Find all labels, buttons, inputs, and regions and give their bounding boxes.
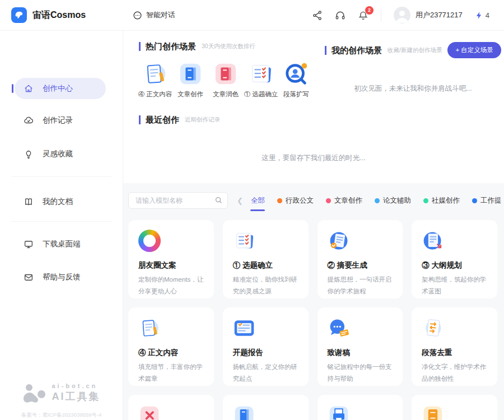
hot-scene-label: ④ 正文内容 — [138, 90, 172, 99]
model-card-grid: 朋友圈文案 定制你的Moments，让分享更动人心 ① 选题确立 精准定位，助你… — [128, 220, 497, 420]
clipboard-pencil-icon — [138, 317, 161, 339]
red-book-icon — [213, 61, 239, 87]
hot-scene-article-writing[interactable]: 文章创作 — [174, 61, 207, 99]
cloud-icon — [24, 115, 34, 125]
tab-all[interactable]: 全部 — [251, 196, 265, 206]
skyblue-dot-icon — [375, 198, 380, 203]
card-row3-3[interactable] — [318, 395, 403, 420]
sidebar-item-label: 帮助与反馈 — [43, 272, 81, 282]
my-scenes-title: 我的创作场景 — [325, 46, 382, 55]
card-desc: 精准定位，助你找到研究的灵感之源 — [233, 274, 298, 298]
model-search — [128, 192, 228, 209]
app-header: 宙语Cosmos 智能对话 2 用户23771217 4 — [0, 0, 504, 31]
hot-scene-label: 段落扩写 — [283, 90, 309, 99]
custom-scene-button[interactable]: + 自定义场景 — [447, 42, 501, 58]
card-title: ④ 正文内容 — [138, 348, 204, 358]
category-tabs: 全部 行政公文 文章创作 论文辅助 社媒创作 工作提 — [251, 196, 502, 206]
user-menu[interactable]: 用户23771217 — [394, 7, 463, 24]
card-acknowledgement[interactable]: 致谢稿 铭记旅程中的每一份支持与帮助 — [318, 307, 403, 386]
sidebar: 创作中心 创作记录 灵感收藏 我的文档 下载桌面端 帮助与反馈 ai-bot.c… — [0, 31, 123, 420]
card-abstract-generation[interactable]: ② 摘要生成 提炼思想，一句话开启你的学术旅程 — [318, 220, 403, 298]
magnifier-person-icon — [283, 61, 309, 87]
card-body-content[interactable]: ④ 正文内容 填充细节，丰富你的学术篇章 — [128, 307, 214, 386]
aibot-paw-icon — [22, 383, 47, 403]
sidebar-item-creation-center[interactable]: 创作中心 — [15, 78, 106, 99]
card-proposal-report[interactable]: 开题报告 扬帆启航，定义你的研究起点 — [223, 307, 309, 386]
sidebar-item-help-feedback[interactable]: 帮助与反馈 — [15, 267, 106, 288]
hot-scenes-section: 热门创作场景 30天内使用次数排行 ④ 正文内容 文章创作 文章润色 — [139, 42, 314, 99]
green-dot-icon — [423, 198, 428, 203]
doc-check-panel-icon — [233, 317, 255, 339]
chat-bubble-icon — [133, 11, 142, 20]
blue-dot-icon — [472, 198, 477, 203]
card-desc: 净化文字，维护学术作品的独创性 — [422, 361, 487, 385]
nav-smart-chat-label: 智能对话 — [146, 10, 175, 20]
nav-smart-chat[interactable]: 智能对话 — [133, 10, 175, 20]
monitor-icon — [24, 239, 34, 249]
app-title: 宙语Cosmos — [32, 10, 86, 21]
tab-official-docs[interactable]: 行政公文 — [277, 196, 314, 206]
sidebar-item-my-documents[interactable]: 我的文档 — [15, 191, 106, 212]
hot-scene-label: ① 选题确立 — [244, 90, 278, 99]
card-title: 致谢稿 — [328, 348, 393, 358]
tab-article-writing[interactable]: 文章创作 — [326, 196, 362, 206]
watermark: ai-bot.cn AI工具集 备案号：蜀ICP备2023039559号-4 为… — [0, 382, 123, 420]
sidebar-item-creation-records[interactable]: 创作记录 — [15, 110, 106, 131]
headphones-icon[interactable] — [335, 10, 346, 21]
watermark-site: ai-bot.cn — [52, 382, 101, 389]
sidebar-item-label: 灵感收藏 — [43, 149, 73, 159]
card-desc: 架构思维，筑起你的学术蓝图 — [422, 274, 487, 298]
hot-scene-label: 文章创作 — [178, 90, 203, 99]
bell-icon[interactable]: 2 — [358, 10, 368, 21]
card-row3-2[interactable] — [223, 395, 309, 420]
search-input[interactable] — [128, 192, 228, 209]
lightning-icon — [475, 11, 483, 20]
card-moments-copy[interactable]: 朋友圈文案 定制你的Moments，让分享更动人心 — [128, 220, 214, 298]
hot-scene-paragraph-expand[interactable]: 段落扩写 — [280, 61, 312, 99]
search-icon — [214, 196, 223, 204]
card-row3-4[interactable] — [412, 395, 497, 420]
active-indicator — [12, 84, 13, 93]
pink-dot-icon — [326, 198, 331, 203]
hot-scene-topic-selection[interactable]: ① 选题确立 — [245, 61, 277, 99]
card-title: 段落去重 — [422, 348, 487, 358]
hot-scenes-title: 热门创作场景 — [139, 42, 196, 51]
hot-scene-body-content[interactable]: ④ 正文内容 — [139, 61, 171, 99]
card-title: ② 摘要生成 — [328, 260, 393, 270]
card-paragraph-dedup[interactable]: 段落去重 净化文字，维护学术作品的独创性 — [412, 307, 497, 386]
card-title: ③ 大纲规划 — [422, 260, 487, 270]
sidebar-item-download-desktop[interactable]: 下载桌面端 — [15, 234, 106, 255]
tab-work-efficiency[interactable]: 工作提 — [472, 196, 502, 206]
card-row3-1[interactable] — [128, 395, 214, 420]
app-logo[interactable]: 宙语Cosmos — [0, 7, 120, 23]
card-topic-selection[interactable]: ① 选题确立 精准定位，助你找到研究的灵感之源 — [223, 220, 309, 298]
my-scenes-subtitle: 收藏/新建的创作场景 — [388, 46, 442, 54]
tab-social-media[interactable]: 社媒创作 — [423, 196, 460, 206]
sidebar-item-label: 创作记录 — [43, 115, 73, 125]
my-scenes-section: 我的创作场景 收藏/新建的创作场景 + 自定义场景 初次见面，未来让我和你并肩战… — [314, 42, 501, 99]
blue-printer-icon — [328, 404, 350, 420]
checklist-icon — [248, 61, 274, 87]
logo-bird-icon — [11, 7, 27, 23]
orange-dot-icon — [277, 198, 282, 203]
doc-red-arrow-icon — [422, 230, 444, 252]
hot-scene-article-polish[interactable]: 文章润色 — [209, 61, 242, 99]
document-icon — [24, 197, 34, 207]
mail-icon — [24, 272, 34, 282]
header-divider — [381, 9, 381, 21]
card-desc: 填充细节，丰富你的学术篇章 — [138, 361, 204, 385]
watermark-name: AI工具集 — [52, 390, 101, 403]
blue-book-icon — [178, 61, 203, 87]
credits-count: 4 — [486, 11, 489, 20]
main-content: 热门创作场景 30天内使用次数排行 ④ 正文内容 文章创作 文章润色 — [123, 31, 504, 420]
tab-thesis-assist[interactable]: 论文辅助 — [375, 196, 411, 206]
credits-counter[interactable]: 4 — [475, 11, 489, 20]
doc-arrows-icon — [422, 317, 444, 339]
sidebar-item-inspiration[interactable]: 灵感收藏 — [15, 143, 106, 165]
sidebar-item-label: 下载桌面端 — [43, 239, 81, 249]
share-icon[interactable] — [312, 10, 323, 21]
sidebar-item-label: 我的文档 — [43, 197, 73, 207]
home-icon — [24, 83, 34, 94]
tabs-scroll-left-icon[interactable]: ❮ — [237, 197, 243, 205]
card-outline-planning[interactable]: ③ 大纲规划 架构思维，筑起你的学术蓝图 — [412, 220, 497, 298]
